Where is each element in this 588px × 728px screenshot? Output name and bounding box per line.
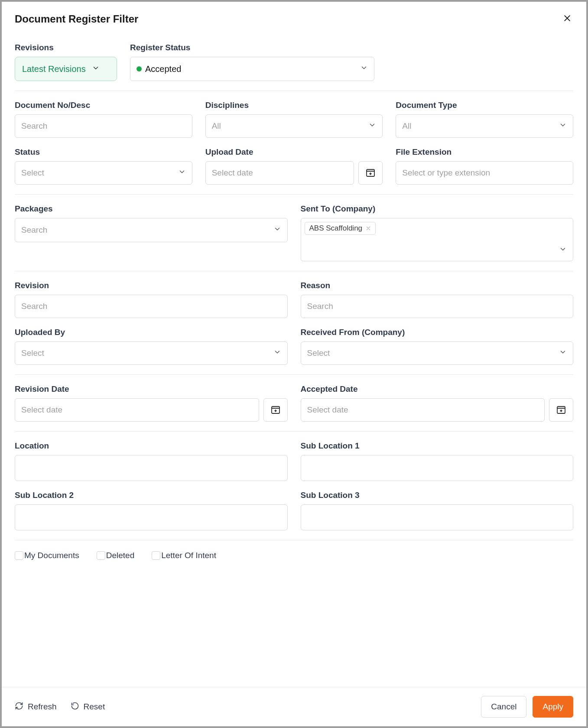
revision-date-label: Revision Date (15, 384, 288, 394)
checkbox-icon (15, 551, 23, 560)
section-revision: Revision Reason Uploaded By Select (15, 271, 573, 374)
field-sub-location-1: Sub Location 1 (301, 441, 574, 481)
file-ext-input[interactable] (402, 168, 567, 178)
uploaded-by-value: Select (21, 348, 44, 358)
register-status-label: Register Status (130, 43, 374, 52)
received-from-dropdown[interactable]: Select (301, 341, 574, 365)
chevron-down-icon (559, 121, 567, 131)
disciplines-dropdown[interactable]: All (205, 114, 383, 138)
location-label: Location (15, 441, 288, 451)
accepted-date-picker-button[interactable] (549, 398, 573, 422)
chevron-down-icon (178, 168, 186, 178)
field-received-from: Received From (Company) Select (301, 328, 574, 365)
sub-location-1-input-wrap (301, 455, 574, 481)
uploaded-by-dropdown[interactable]: Select (15, 341, 288, 365)
upload-date-picker-button[interactable] (358, 161, 383, 185)
revision-label: Revision (15, 281, 288, 290)
footer-right: Cancel Apply (481, 696, 573, 718)
check-letter-of-intent[interactable]: Letter Of Intent (152, 551, 216, 560)
checkbox-icon (97, 551, 105, 560)
sub-location-2-input[interactable] (21, 513, 281, 522)
modal-footer: Refresh Reset Cancel Apply (2, 687, 586, 726)
revision-date-picker-button[interactable] (263, 398, 288, 422)
revisions-label: Revisions (15, 43, 117, 52)
sub-location-3-input[interactable] (307, 513, 567, 522)
doc-type-value: All (402, 121, 411, 131)
disciplines-value: All (212, 121, 221, 131)
location-input-wrap (15, 455, 288, 481)
doc-no-input-wrap (15, 114, 192, 138)
calendar-plus-icon (556, 404, 566, 416)
field-disciplines: Disciplines All (205, 101, 383, 138)
field-register-status: Register Status Accepted (130, 43, 374, 81)
accepted-date-input-wrap (301, 398, 545, 422)
field-file-ext: File Extension (396, 147, 573, 185)
accepted-date-label: Accepted Date (301, 384, 574, 394)
field-reason: Reason (301, 281, 574, 318)
sub-location-3-input-wrap (301, 504, 574, 530)
sent-to-tag: ABS Scaffolding (305, 222, 376, 235)
uploaded-by-label: Uploaded By (15, 328, 288, 337)
chevron-down-icon (360, 64, 368, 74)
revisions-dropdown[interactable]: Latest Revisions (15, 57, 117, 81)
check-my-documents[interactable]: My Documents (15, 551, 79, 560)
doc-type-label: Document Type (396, 101, 573, 110)
chevron-down-icon (92, 64, 100, 74)
close-button[interactable] (561, 12, 573, 26)
section-location: Location Sub Location 1 Sub Location 2 (15, 431, 573, 540)
calendar-plus-icon (270, 404, 281, 416)
revision-input[interactable] (21, 302, 281, 311)
received-from-value: Select (307, 348, 330, 358)
modal-body: Revisions Latest Revisions Register Stat… (2, 33, 586, 687)
field-accepted-date: Accepted Date (301, 384, 574, 422)
field-revision-date: Revision Date (15, 384, 288, 422)
reason-label: Reason (301, 281, 574, 290)
chevron-down-icon (273, 225, 281, 235)
reset-button[interactable]: Reset (71, 702, 105, 712)
register-status-value: Accepted (145, 64, 181, 74)
received-from-label: Received From (Company) (301, 328, 574, 337)
sub-location-1-input[interactable] (307, 463, 567, 473)
remove-tag-button[interactable] (366, 226, 371, 231)
doc-type-dropdown[interactable]: All (396, 114, 573, 138)
modal-header: Document Register Filter (2, 2, 586, 33)
chevron-down-icon (559, 245, 567, 255)
status-pill: Accepted (136, 64, 181, 74)
disciplines-label: Disciplines (205, 101, 383, 110)
section-dates: Revision Date Accepted Date (15, 374, 573, 431)
field-revisions: Revisions Latest Revisions (15, 43, 117, 81)
refresh-label: Refresh (28, 702, 57, 712)
check-deleted-label: Deleted (106, 551, 135, 560)
revision-date-input[interactable] (21, 405, 253, 415)
packages-dropdown[interactable] (15, 218, 288, 242)
revisions-value: Latest Revisions (22, 64, 86, 74)
refresh-icon (15, 702, 23, 712)
packages-input[interactable] (21, 225, 268, 235)
reason-input[interactable] (307, 302, 567, 311)
status-label: Status (15, 147, 192, 157)
field-revision: Revision (15, 281, 288, 318)
apply-button[interactable]: Apply (533, 696, 573, 718)
modal-title: Document Register Filter (15, 13, 138, 25)
check-deleted[interactable]: Deleted (97, 551, 135, 560)
check-loi-label: Letter Of Intent (161, 551, 216, 560)
close-icon (563, 14, 572, 24)
sent-to-tagbox[interactable]: ABS Scaffolding (301, 218, 574, 261)
upload-date-input[interactable] (212, 168, 348, 178)
doc-no-input[interactable] (21, 121, 186, 131)
location-input[interactable] (21, 463, 281, 473)
accepted-date-input[interactable] (307, 405, 539, 415)
register-status-dropdown[interactable]: Accepted (130, 57, 374, 81)
field-status: Status Select (15, 147, 192, 185)
field-doc-type: Document Type All (396, 101, 573, 138)
file-ext-input-wrap (396, 161, 573, 185)
filter-modal: Document Register Filter Revisions Lates… (2, 2, 586, 726)
cancel-button[interactable]: Cancel (481, 696, 526, 718)
refresh-button[interactable]: Refresh (15, 702, 57, 712)
sub-location-2-label: Sub Location 2 (15, 491, 288, 500)
status-dropdown[interactable]: Select (15, 161, 192, 185)
field-sub-location-3: Sub Location 3 (301, 491, 574, 530)
reset-icon (71, 702, 79, 712)
packages-label: Packages (15, 204, 288, 214)
field-upload-date: Upload Date (205, 147, 383, 185)
